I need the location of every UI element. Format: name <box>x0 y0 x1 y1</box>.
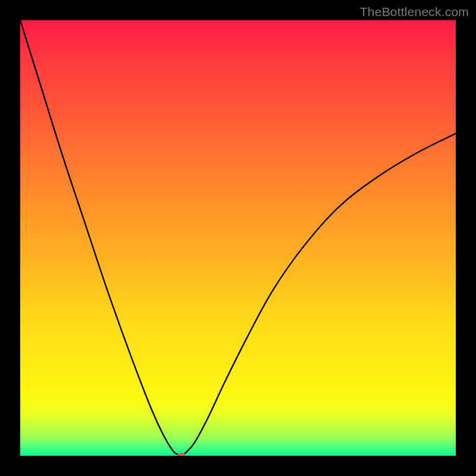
optimum-marker <box>177 453 186 456</box>
chart-frame: TheBottleneck.com <box>0 0 476 476</box>
bottleneck-curve <box>20 20 456 455</box>
watermark: TheBottleneck.com <box>360 5 469 19</box>
curve-layer <box>20 20 456 456</box>
plot-area <box>20 20 456 456</box>
